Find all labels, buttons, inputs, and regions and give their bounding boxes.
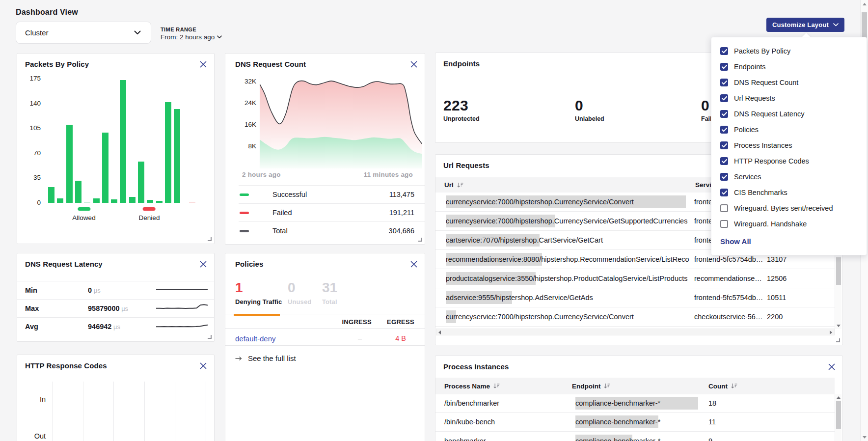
scrollbar-thumb[interactable]: [836, 401, 841, 429]
show-all-link[interactable]: Show All: [720, 237, 751, 246]
stat-label: Unlabeled: [575, 115, 604, 122]
close-icon[interactable]: [410, 260, 418, 268]
see-full-list-label: See the full list: [248, 354, 296, 362]
legend-label: Failed: [272, 209, 292, 217]
bar-chart: [48, 79, 211, 203]
column-header-endpoint[interactable]: Endpoint: [572, 378, 610, 394]
dropdown-item-dns-request-latency[interactable]: DNS Request Latency: [720, 106, 867, 122]
bar-allowed: [156, 201, 163, 203]
close-icon[interactable]: [199, 260, 207, 268]
dropdown-item-dns-request-count[interactable]: DNS Request Count: [720, 75, 867, 90]
checkbox-unchecked-icon[interactable]: [720, 204, 728, 212]
bar-allowed: [129, 197, 136, 203]
row-divider: [225, 345, 425, 346]
checkbox-unchecked-icon[interactable]: [720, 220, 728, 228]
dropdown-item-endpoints[interactable]: Endpoints: [720, 59, 867, 75]
table-vertical-scrollbar[interactable]: [835, 394, 841, 441]
legend-item-allowed: Allowed: [72, 207, 95, 221]
checkbox-checked-icon[interactable]: [720, 47, 728, 55]
url-text: currencyservice:7000/hipstershop.Currenc…: [446, 198, 634, 206]
customize-layout-button[interactable]: Customize Layout: [766, 18, 844, 32]
checkbox-checked-icon[interactable]: [720, 126, 728, 134]
latency-label: Max: [25, 304, 39, 312]
table-row[interactable]: /bin/benchmarkercompliance-benchmarker-*…: [435, 394, 835, 413]
service-cell: recommendationse…: [694, 269, 766, 288]
close-icon[interactable]: [199, 362, 207, 370]
table-row[interactable]: /bin/kube-benchcompliance-benchmarker-*1…: [435, 413, 835, 432]
dropdown-item-http-response-codes[interactable]: HTTP Response Codes: [720, 153, 867, 169]
dropdown-item-label: Endpoints: [734, 63, 766, 71]
checkbox-checked-icon[interactable]: [720, 79, 728, 86]
gridline: [144, 382, 145, 441]
close-icon[interactable]: [410, 60, 418, 68]
y-tick-label: 175: [17, 75, 41, 83]
close-icon[interactable]: [199, 60, 207, 68]
legend-swatch: [240, 212, 249, 214]
table-row[interactable]: benchmarkercompliance-benchmarker-*9: [435, 432, 835, 441]
resize-grip[interactable]: [836, 338, 840, 342]
policies-tab-unused[interactable]: 0Unused: [288, 281, 311, 305]
legend-item-denied: Denied: [139, 207, 160, 221]
resize-grip[interactable]: [208, 237, 212, 241]
gridline: [206, 382, 206, 441]
checkbox-checked-icon[interactable]: [720, 189, 728, 196]
dropdown-item-cis-benchmarks[interactable]: CIS Benchmarks: [720, 185, 867, 200]
dropdown-item-packets-by-policy[interactable]: Packets By Policy: [720, 43, 867, 59]
service-cell: frontend-5fc5754db…: [694, 288, 766, 307]
url-highlight: cartservice:7070/hipstershop: [446, 236, 537, 244]
url-rest: /hipstershop.ProductCatalogService/ListP…: [533, 275, 687, 282]
table-row[interactable]: productcatalogservice:3550/hipstershop.P…: [435, 269, 835, 288]
latency-label: Min: [25, 286, 37, 294]
dropdown-item-policies[interactable]: Policies: [720, 122, 867, 138]
resize-grip[interactable]: [418, 238, 422, 242]
dropdown-item-url-requests[interactable]: Url Requests: [720, 90, 867, 106]
table-horizontal-scrollbar[interactable]: [436, 329, 835, 335]
table-row[interactable]: adservice:9555/hipstershop.AdService/Get…: [435, 288, 835, 307]
column-header-count[interactable]: Count: [708, 378, 737, 394]
time-range-value[interactable]: From: 2 hours ago: [161, 33, 222, 41]
column-header-process-name[interactable]: Process Name: [444, 378, 500, 394]
endpoint-text: compliance-benchmarker-*: [575, 399, 660, 407]
legend-value: 113,475: [389, 191, 414, 198]
scroll-down-arrow-icon[interactable]: [861, 433, 868, 441]
dropdown-item-label: DNS Request Count: [734, 79, 798, 86]
url-highlight: currencyservice:7000/hipstershop.Currenc…: [446, 198, 634, 206]
table-row[interactable]: currencyservice:7000/hipstershop.Currenc…: [435, 307, 835, 327]
bar-allowed: [138, 162, 144, 203]
scroll-up-arrow-icon[interactable]: [861, 0, 868, 8]
policy-link-default-deny[interactable]: default-deny: [235, 334, 276, 343]
checkbox-checked-icon[interactable]: [720, 94, 728, 102]
dropdown-item-services[interactable]: Services: [720, 169, 867, 185]
column-header-url[interactable]: Url: [444, 177, 463, 193]
scroll-right-arrow-icon[interactable]: [830, 331, 832, 334]
dropdown-item-wireguard-bytes-sent-received[interactable]: Wireguard. Bytes sent/received: [720, 200, 867, 216]
chevron-down-icon: [134, 30, 141, 35]
cluster-select[interactable]: Cluster: [16, 22, 151, 44]
policies-tab-total[interactable]: 31Total: [322, 281, 337, 305]
bar-allowed: [57, 198, 63, 203]
checkbox-checked-icon[interactable]: [720, 110, 728, 118]
see-full-list-link[interactable]: See the full list: [235, 354, 296, 362]
dropdown-item-wireguard-handshake[interactable]: Wireguard. Handshake: [720, 216, 867, 232]
stat-label: Unprotected: [443, 115, 480, 122]
resize-grip[interactable]: [208, 335, 212, 339]
policies-tab-denying-traffic[interactable]: 1Denying Traffic: [235, 281, 282, 305]
column-label: Endpoint: [572, 383, 600, 390]
latency-number: 946942: [88, 323, 111, 331]
scroll-left-arrow-icon[interactable]: [438, 331, 441, 334]
y-tick-label: 24K: [225, 99, 256, 107]
close-icon[interactable]: [828, 363, 836, 371]
scroll-up-arrow-icon[interactable]: [837, 396, 841, 399]
checkbox-checked-icon[interactable]: [720, 63, 728, 71]
checkbox-checked-icon[interactable]: [720, 157, 728, 165]
checkbox-checked-icon[interactable]: [720, 173, 728, 181]
scrollbar-thumb[interactable]: [836, 257, 841, 285]
dropdown-item-process-instances[interactable]: Process Instances: [720, 138, 867, 153]
legend-label: Allowed: [72, 214, 95, 221]
checkbox-checked-icon[interactable]: [720, 141, 728, 149]
count-cell: 12506: [767, 269, 821, 288]
url-cell: cartservice:7070/hipstershop.CartService…: [446, 231, 689, 249]
scroll-down-arrow-icon[interactable]: [837, 325, 841, 327]
sparkline: [156, 320, 208, 333]
url-rest: /hipstershop.RecommendationService/ListR…: [539, 255, 689, 263]
